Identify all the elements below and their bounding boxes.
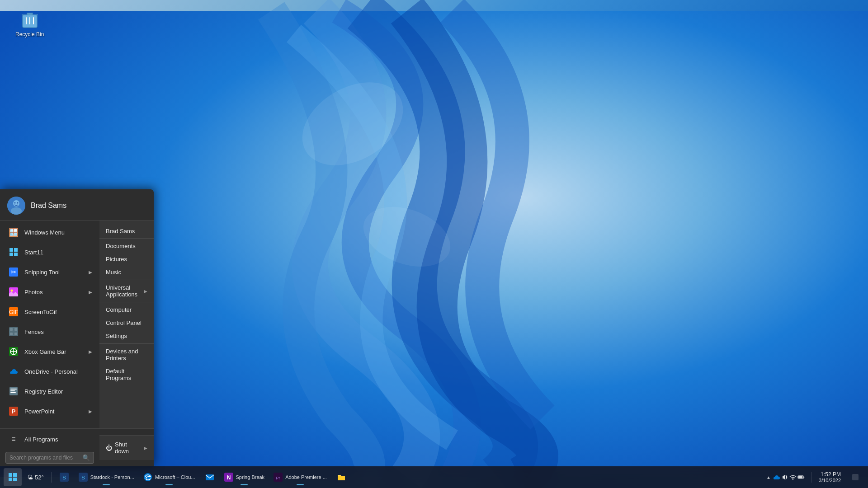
search-icon: 🔍 [82,454,90,461]
edge-app-label: Microsoft – Clou... [155,474,195,480]
svg-rect-43 [206,474,214,480]
svg-rect-31 [10,392,16,393]
start-menu-right-panel: Brad Sams Documents Pictures Music Unive… [99,221,154,428]
start-button[interactable] [4,468,22,486]
powerpoint-icon: P [7,405,20,418]
menu-item-snipping-tool[interactable]: ✂ Snipping Tool ▶ [0,262,99,282]
taskbar-app-stardock[interactable]: S Stardock - Person... [75,468,138,486]
notifications-button[interactable] [846,468,864,486]
start-menu-body: 🪟 Windows Menu Start11 [0,221,154,428]
taskbar-app-edge[interactable]: Microsoft – Clou... [140,468,199,486]
snipping-tool-icon: ✂ [7,266,20,278]
all-programs-label: All Programs [24,436,58,443]
universal-apps-label: Universal Applications [106,284,140,298]
weather-icon: 🌤 [27,474,33,481]
shortcut-computer[interactable]: Computer [99,303,154,316]
menu-item-xbox-game-bar[interactable]: Xbox Game Bar ▶ [0,342,99,361]
svg-text:S: S [81,475,85,480]
svg-rect-20 [10,328,13,331]
shortcut-control-panel[interactable]: Control Panel [99,316,154,329]
svg-rect-37 [13,478,17,481]
divider-1 [99,238,154,239]
svg-point-16 [11,290,13,292]
start-menu-left-panel: 🪟 Windows Menu Start11 [0,221,99,428]
shortcut-default-programs[interactable]: Default Programs [99,365,154,385]
taskbar-app-premiere[interactable]: Pr Adobe Premiere ... [270,468,330,486]
svg-rect-21 [14,328,17,331]
photos-arrow: ▶ [89,290,92,295]
powerpoint-arrow: ▶ [89,409,92,414]
settings-label: Settings [106,333,127,339]
svg-text:S: S [62,475,66,480]
svg-text:GIF: GIF [9,309,18,315]
right-panel-user-name: Brad Sams [99,224,154,237]
svg-rect-23 [14,333,17,335]
tray-icon-chevron[interactable]: ▲ [765,474,772,481]
taskbar-item-file-explorer[interactable] [332,468,350,486]
shortcut-pictures[interactable]: Pictures [99,253,154,266]
svg-rect-22 [10,333,13,335]
shortcut-music[interactable]: Music [99,266,154,279]
tray-icon-network[interactable] [789,474,797,481]
svg-rect-50 [798,476,803,479]
menu-item-powerpoint[interactable]: P PowerPoint ▶ [0,401,99,421]
start11-label: Start11 [24,249,92,256]
clock-date: 3/10/2022 [819,478,841,483]
weather-badge[interactable]: 🌤 52° [24,474,47,481]
stardock-app-icon: S [79,473,88,482]
start-menu: Brad Sams 🪟 Windows Menu Start11 [0,189,154,466]
search-input[interactable] [9,455,79,461]
system-tray: ▲ [762,474,807,481]
divider-2 [99,280,154,280]
registry-editor-label: Registry Editor [24,388,92,395]
recycle-bin[interactable]: Recycle Bin [14,7,46,39]
tray-icon-onedrive[interactable] [773,474,780,481]
taskbar-divider-1 [51,472,52,483]
shortcut-devices-printers[interactable]: Devices and Printers [99,345,154,365]
svg-rect-49 [804,476,805,478]
shortcut-settings[interactable]: Settings [99,329,154,343]
start11-icon [7,246,20,258]
header-user-name: Brad Sams [31,202,66,210]
clock[interactable]: 1:52 PM 3/10/2022 [815,471,844,483]
powerpoint-label: PowerPoint [24,408,84,415]
svg-rect-36 [9,478,12,481]
snipping-tool-label: Snipping Tool [24,269,84,276]
taskbar-item-stardock-icon[interactable]: S [55,468,73,486]
clock-time: 1:52 PM [821,471,841,478]
shortcut-documents[interactable]: Documents [99,239,154,253]
xbox-game-bar-icon [7,345,20,358]
windows-menu-label: Windows Menu [24,229,92,236]
menu-item-windows-menu[interactable]: 🪟 Windows Menu [0,222,99,242]
tray-icon-volume[interactable] [781,474,788,481]
svg-rect-9 [9,248,13,252]
svg-rect-30 [10,390,15,391]
svg-text:✂: ✂ [11,268,16,276]
menu-item-photos[interactable]: Photos ▶ [0,282,99,302]
menu-item-start11[interactable]: Start11 [0,242,99,262]
premiere-app-label: Adobe Premiere ... [285,474,327,480]
search-bar[interactable]: 🔍 [5,452,94,464]
svg-point-8 [17,202,19,204]
menu-item-screentogif[interactable]: GIF ScreenToGif [0,302,99,322]
stardock-app-label: Stardock - Person... [90,474,134,480]
documents-label: Documents [106,243,136,249]
menu-item-fences[interactable]: Fences [0,322,99,342]
taskbar-item-mail[interactable] [201,468,219,486]
divider-4 [99,343,154,344]
control-panel-label: Control Panel [106,319,142,326]
shortcut-universal-apps[interactable]: Universal Applications ▶ [99,281,154,301]
all-programs-item[interactable]: ≡ All Programs [0,429,99,449]
taskbar-right: ▲ [762,468,864,486]
taskbar-app-onenote[interactable]: N Spring Break [221,468,269,486]
svg-rect-29 [10,389,17,389]
svg-rect-12 [14,253,18,256]
photos-icon [7,286,20,298]
shutdown-item[interactable]: ⏻ Shut down ▶ [106,439,147,456]
universal-apps-arrow: ▶ [144,289,147,294]
tray-icon-battery[interactable] [797,474,805,481]
menu-item-registry-editor[interactable]: Registry Editor [0,381,99,401]
menu-item-onedrive[interactable]: OneDrive - Personal [0,361,99,381]
shutdown-arrow: ▶ [144,446,147,450]
snipping-tool-arrow: ▶ [89,270,92,275]
